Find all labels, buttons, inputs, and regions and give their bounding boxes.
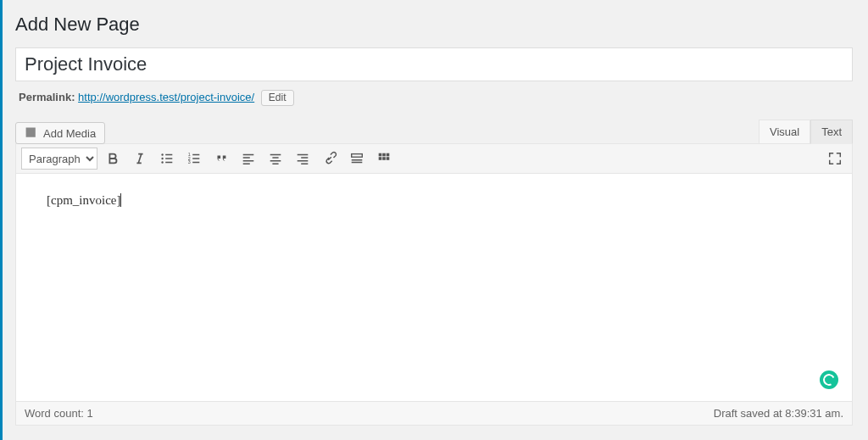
svg-rect-8 [382, 153, 386, 157]
page-title: Add New Page [15, 7, 853, 47]
svg-rect-7 [379, 153, 382, 157]
svg-text:3: 3 [188, 159, 191, 164]
align-right-button[interactable] [291, 148, 314, 170]
align-center-button[interactable] [264, 148, 287, 170]
grammarly-icon[interactable] [820, 370, 838, 389]
numbered-list-button[interactable]: 123 [182, 148, 206, 170]
editor: Paragraph 123 [cpm_invoice] [15, 143, 853, 402]
svg-point-1 [161, 158, 163, 159]
tab-text[interactable]: Text [810, 120, 853, 144]
blockquote-button[interactable] [209, 148, 233, 170]
editor-status-bar: Word count: 1 Draft saved at 8:39:31 am. [15, 402, 853, 426]
editor-toolbar: Paragraph 123 [16, 144, 852, 174]
word-count: Word count: 1 [25, 407, 93, 420]
bold-button[interactable] [101, 148, 125, 170]
bullet-list-button[interactable] [155, 148, 179, 170]
format-select[interactable]: Paragraph [21, 148, 97, 170]
svg-point-0 [161, 153, 163, 155]
link-button[interactable] [318, 148, 342, 170]
fullscreen-button[interactable] [823, 148, 847, 170]
add-media-button[interactable]: Add Media [15, 122, 105, 144]
svg-rect-11 [382, 157, 386, 160]
post-title-input[interactable] [15, 47, 853, 81]
permalink-url[interactable]: http://wordpress.test/project-invoice/ [78, 91, 254, 103]
editor-content[interactable]: [cpm_invoice] [16, 174, 852, 401]
svg-rect-6 [352, 154, 363, 158]
toolbar-toggle-button[interactable] [372, 148, 396, 170]
content-text: [cpm_invoice] [47, 193, 121, 207]
permalink-label: Permalink: [19, 91, 75, 103]
read-more-button[interactable] [345, 148, 369, 170]
svg-rect-9 [387, 153, 390, 157]
tab-visual[interactable]: Visual [759, 120, 810, 144]
align-left-button[interactable] [236, 148, 260, 170]
add-media-label: Add Media [43, 127, 96, 140]
svg-rect-10 [379, 157, 382, 160]
admin-accent-edge [0, 0, 3, 426]
italic-button[interactable] [128, 148, 152, 170]
svg-point-2 [161, 161, 163, 163]
svg-rect-12 [387, 157, 390, 160]
edit-permalink-button[interactable]: Edit [261, 90, 294, 106]
permalink-row: Permalink: http://wordpress.test/project… [15, 81, 853, 113]
draft-saved-status: Draft saved at 8:39:31 am. [714, 407, 843, 420]
media-icon [25, 126, 38, 140]
editor-tabs: Visual Text [759, 120, 853, 144]
